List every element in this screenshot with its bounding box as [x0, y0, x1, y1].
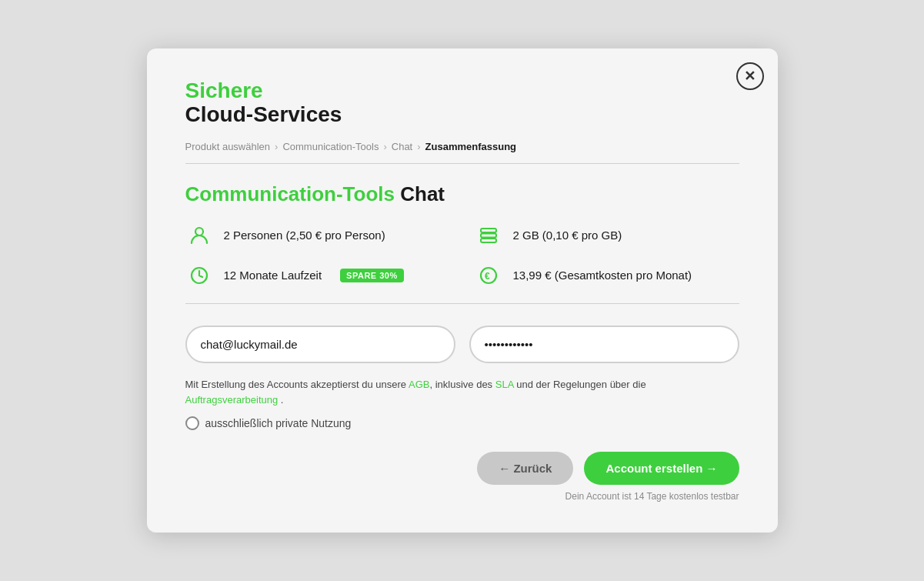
private-use-label: ausschließlich private Nutzung [205, 417, 352, 429]
product-title: Communication-Tools Chat [185, 182, 739, 206]
legal-text-before: Mit Erstellung des Accounts akzeptierst … [185, 379, 409, 390]
breadcrumb-sep-2: › [383, 141, 386, 152]
close-icon: ✕ [744, 68, 756, 85]
legal-text-end: . [278, 394, 283, 406]
feature-storage: 2 GB (0,10 € pro GB) [475, 222, 739, 249]
svg-rect-1 [481, 229, 496, 232]
database-icon [475, 222, 502, 249]
back-button[interactable]: ← Zurück [477, 452, 573, 485]
agb-link[interactable]: AGB [409, 379, 429, 390]
breadcrumb-sep-3: › [417, 141, 420, 152]
legal-text: Mit Erstellung des Accounts akzeptierst … [185, 377, 739, 409]
create-account-label: Account erstellen → [605, 462, 717, 475]
trial-text: Dein Account ist 14 Tage kostenlos testb… [185, 491, 739, 502]
create-account-button[interactable]: Account erstellen → [584, 452, 739, 485]
auftragsverarbeitung-link[interactable]: Auftragsverarbeitung [185, 394, 279, 406]
footer-actions: ← Zurück Account erstellen → [185, 452, 739, 485]
product-title-dark: Chat [395, 182, 445, 205]
product-title-green: Communication-Tools [185, 182, 395, 205]
breadcrumb-item-4: Zusammenfassung [425, 141, 516, 152]
logo-title: Sichere Cloud-Services [185, 79, 739, 127]
breadcrumb-sep-1: › [275, 141, 278, 152]
close-button[interactable]: ✕ [736, 62, 764, 90]
legal-text-after: und der Regelungen über die [514, 379, 646, 390]
feature-cost-text: 13,99 € (Gesamtkosten pro Monat) [513, 269, 692, 282]
legal-text-between: , inklusive des [429, 379, 495, 390]
feature-storage-text: 2 GB (0,10 € pro GB) [513, 229, 622, 242]
euro-icon: € [475, 262, 502, 289]
logo-line2: Cloud-Services [185, 103, 739, 127]
feature-persons-text: 2 Personen (2,50 € pro Person) [224, 229, 385, 242]
svg-rect-2 [481, 233, 496, 237]
password-input[interactable] [469, 326, 739, 363]
form-section [185, 326, 739, 363]
feature-persons: 2 Personen (2,50 € pro Person) [185, 222, 450, 249]
private-use-radio[interactable] [185, 416, 199, 430]
feature-duration: 12 Monate Laufzeit SPARE 30% [185, 262, 450, 289]
svg-rect-3 [481, 239, 496, 242]
feature-cost: € 13,99 € (Gesamtkosten pro Monat) [475, 262, 739, 289]
breadcrumb-item-2[interactable]: Communication-Tools [282, 141, 379, 152]
features-grid: 2 Personen (2,50 € pro Person) 2 GB (0,1… [185, 222, 739, 289]
clock-icon [185, 262, 213, 289]
modal-container: ✕ Sichere Cloud-Services Produkt auswähl… [147, 48, 778, 533]
private-use-row: ausschließlich private Nutzung [185, 416, 739, 430]
feature-duration-text: 12 Monate Laufzeit [224, 269, 322, 282]
email-input[interactable] [185, 326, 455, 363]
svg-point-0 [195, 228, 203, 235]
breadcrumb-item-1[interactable]: Produkt auswählen [185, 141, 271, 152]
logo-line1: Sichere [185, 79, 739, 103]
svg-text:€: € [485, 271, 490, 282]
breadcrumb: Produkt auswählen › Communication-Tools … [185, 141, 739, 164]
section-divider [185, 303, 739, 304]
spare-badge: SPARE 30% [340, 269, 404, 282]
sla-link[interactable]: SLA [495, 379, 514, 390]
breadcrumb-item-3[interactable]: Chat [392, 141, 412, 152]
back-button-label: ← Zurück [499, 462, 552, 475]
person-icon [185, 222, 213, 249]
